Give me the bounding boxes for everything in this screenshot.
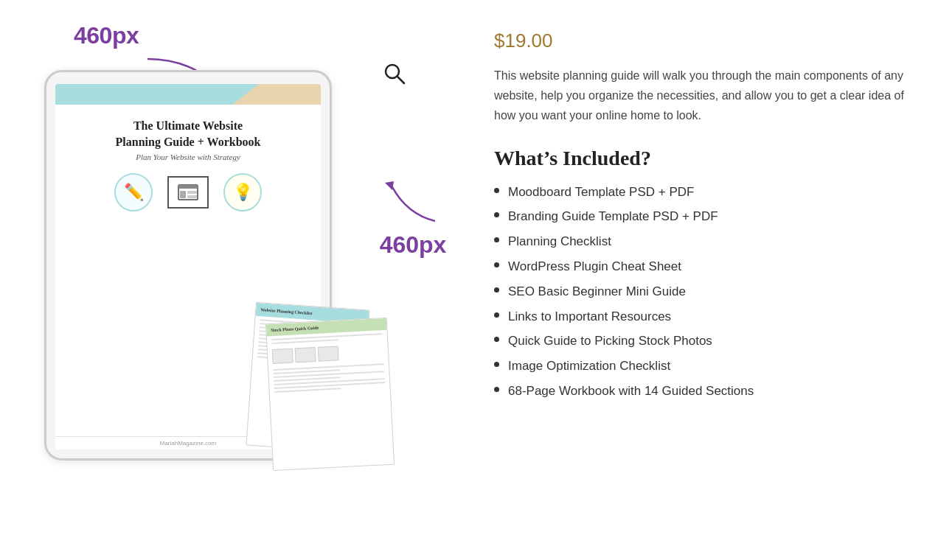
included-list-item: Image Optimization Checklist	[494, 357, 909, 375]
included-list-item: Quick Guide to Picking Stock Photos	[494, 332, 909, 350]
papers-stack: Website Planning Checklist	[221, 306, 391, 468]
bullet-dot	[494, 188, 499, 193]
arrow-right-svg	[376, 169, 450, 228]
svg-rect-7	[187, 195, 197, 198]
bullet-dot	[494, 262, 499, 267]
included-item-text: Links to Important Resources	[508, 308, 671, 326]
included-list-item: WordPress Plugin Cheat Sheet	[494, 258, 909, 276]
bullet-dot	[494, 337, 499, 342]
left-panel: 460px The Ultimate Websit	[29, 22, 450, 461]
svg-rect-4	[178, 185, 198, 189]
included-list-item: Branding Guide Template PSD + PDF	[494, 208, 909, 225]
dimension-top-annotation: 460px	[74, 22, 139, 49]
tablet-header-stripe	[55, 84, 321, 105]
included-item-text: Quick Guide to Picking Stock Photos	[508, 332, 712, 350]
included-item-text: Moodboard Template PSD + PDF	[508, 183, 694, 201]
lightbulb-icon: 💡	[223, 173, 262, 211]
bullet-dot	[494, 212, 499, 217]
bullet-dot	[494, 387, 499, 392]
included-list: Moodboard Template PSD + PDFBranding Gui…	[494, 183, 909, 400]
paper2-header-text: Stock Photo Quick Guide	[271, 326, 319, 332]
right-panel: $19.00 This website planning guide will …	[494, 22, 909, 400]
included-item-text: SEO Basic Beginner Mini Guide	[508, 283, 686, 301]
included-list-item: Moodboard Template PSD + PDF	[494, 183, 909, 201]
svg-line-2	[397, 77, 404, 83]
included-item-text: 68-Page Workbook with 14 Guided Sections	[508, 382, 754, 400]
whats-included-title: What’s Included?	[494, 147, 909, 170]
tablet-icons-row: ✏️ 💡	[114, 173, 262, 211]
paper-thumbnails	[272, 343, 384, 364]
included-list-item: SEO Basic Beginner Mini Guide	[494, 283, 909, 301]
thumbnail-box	[272, 349, 293, 364]
included-item-text: WordPress Plugin Cheat Sheet	[508, 258, 681, 276]
included-list-item: 68-Page Workbook with 14 Guided Sections	[494, 382, 909, 400]
product-price: $19.00	[494, 29, 909, 52]
svg-marker-8	[385, 181, 394, 190]
pencil-icon: ✏️	[114, 173, 153, 211]
bullet-dot	[494, 287, 499, 293]
svg-rect-6	[187, 191, 197, 194]
tablet-book-subtitle: Plan Your Website with Strategy	[136, 153, 240, 161]
included-list-item: Links to Important Resources	[494, 308, 909, 326]
bullet-dot	[494, 312, 499, 318]
magnifier-icon[interactable]	[383, 63, 406, 90]
tablet-header-accent	[232, 84, 321, 105]
paper1-header-text: Website Planning Checklist	[260, 307, 313, 315]
included-item-text: Branding Guide Template PSD + PDF	[508, 208, 718, 225]
included-item-text: Image Optimization Checklist	[508, 357, 670, 375]
paper-stock-photo: Stock Photo Quick Guide	[265, 318, 395, 471]
svg-rect-5	[180, 191, 186, 198]
thumbnail-box	[318, 346, 339, 361]
dimension-top-label: 460px	[74, 22, 139, 49]
tablet-mockup: The Ultimate WebsitePlanning Guide + Wor…	[44, 70, 332, 461]
page-container: 460px The Ultimate Websit	[0, 0, 938, 560]
bullet-dot	[494, 237, 499, 242]
browser-layout-icon	[167, 176, 209, 209]
included-item-text: Planning Checklist	[508, 233, 611, 251]
dimension-right-label: 460px	[380, 231, 447, 259]
dimension-right-annotation: 460px	[376, 169, 450, 259]
included-list-item: Planning Checklist	[494, 233, 909, 251]
thumbnail-box	[295, 347, 316, 363]
tablet-book-title: The Ultimate WebsitePlanning Guide + Wor…	[116, 118, 261, 151]
bullet-dot	[494, 362, 499, 367]
product-description: This website planning guide will walk yo…	[494, 66, 907, 126]
